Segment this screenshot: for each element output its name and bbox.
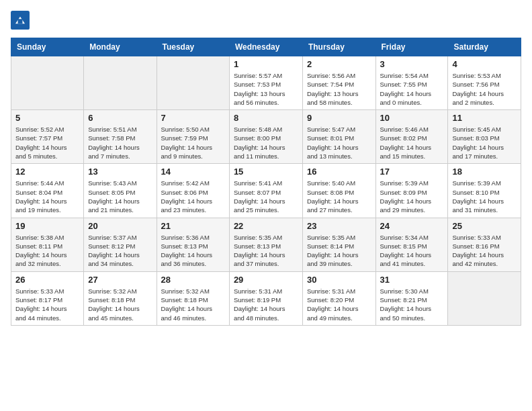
day-number: 14 [161,167,225,177]
day-info: Sunrise: 5:33 AMSunset: 8:17 PMDaylight:… [15,287,79,322]
day-number: 23 [307,221,371,231]
day-number: 29 [234,275,298,285]
day-info: Sunrise: 5:45 AMSunset: 8:03 PMDaylight:… [452,125,517,161]
day-info: Sunrise: 5:53 AMSunset: 7:56 PMDaylight:… [452,71,517,107]
svg-rect-2 [18,19,23,24]
day-info: Sunrise: 5:34 AMSunset: 8:15 PMDaylight:… [380,233,444,269]
calendar-cell: 7Sunrise: 5:50 AMSunset: 7:59 PMDaylight… [157,110,229,164]
day-info: Sunrise: 5:39 AMSunset: 8:09 PMDaylight:… [380,179,444,214]
calendar-cell: 5Sunrise: 5:52 AMSunset: 7:57 PMDaylight… [11,110,84,164]
day-number: 1 [234,59,298,69]
weekday-header-thursday: Thursday [302,38,375,56]
calendar-week-5: 26Sunrise: 5:33 AMSunset: 8:17 PMDayligh… [11,271,521,325]
day-info: Sunrise: 5:41 AMSunset: 8:07 PMDaylight:… [234,179,298,214]
day-number: 10 [380,113,444,123]
calendar-cell: 22Sunrise: 5:35 AMSunset: 8:13 PMDayligh… [229,218,302,271]
calendar-cell: 27Sunrise: 5:32 AMSunset: 8:18 PMDayligh… [84,271,157,325]
day-number: 15 [234,167,298,177]
day-info: Sunrise: 5:44 AMSunset: 8:04 PMDaylight:… [15,179,79,214]
calendar-week-2: 5Sunrise: 5:52 AMSunset: 7:57 PMDaylight… [11,110,521,164]
day-info: Sunrise: 5:37 AMSunset: 8:12 PMDaylight:… [88,233,152,269]
calendar-cell: 11Sunrise: 5:45 AMSunset: 8:03 PMDayligh… [448,110,521,164]
day-info: Sunrise: 5:51 AMSunset: 7:58 PMDaylight:… [88,125,152,161]
day-number: 2 [307,59,371,69]
weekday-header-tuesday: Tuesday [157,38,229,56]
day-number: 24 [380,221,444,231]
calendar-cell [11,56,84,110]
weekday-header-friday: Friday [375,38,448,56]
calendar-cell: 15Sunrise: 5:41 AMSunset: 8:07 PMDayligh… [229,164,302,218]
day-number: 8 [234,113,298,123]
day-number: 5 [15,113,79,123]
calendar-cell: 23Sunrise: 5:35 AMSunset: 8:14 PMDayligh… [302,218,375,271]
logo [11,11,31,30]
calendar-cell: 20Sunrise: 5:37 AMSunset: 8:12 PMDayligh… [84,218,157,271]
day-info: Sunrise: 5:31 AMSunset: 8:19 PMDaylight:… [234,287,298,322]
calendar-cell: 16Sunrise: 5:40 AMSunset: 8:08 PMDayligh… [302,164,375,218]
day-info: Sunrise: 5:40 AMSunset: 8:08 PMDaylight:… [307,179,371,214]
day-info: Sunrise: 5:46 AMSunset: 8:02 PMDaylight:… [380,125,444,161]
weekday-header-sunday: Sunday [11,38,84,56]
calendar-cell: 2Sunrise: 5:56 AMSunset: 7:54 PMDaylight… [302,56,375,110]
calendar-cell [448,271,521,325]
day-info: Sunrise: 5:39 AMSunset: 8:10 PMDaylight:… [452,179,517,214]
day-info: Sunrise: 5:32 AMSunset: 8:18 PMDaylight:… [88,287,152,322]
day-info: Sunrise: 5:31 AMSunset: 8:20 PMDaylight:… [307,287,371,322]
calendar-cell: 25Sunrise: 5:33 AMSunset: 8:16 PMDayligh… [448,218,521,271]
calendar-cell: 26Sunrise: 5:33 AMSunset: 8:17 PMDayligh… [11,271,84,325]
calendar-cell: 14Sunrise: 5:42 AMSunset: 8:06 PMDayligh… [157,164,229,218]
day-number: 27 [88,275,152,285]
calendar-table: SundayMondayTuesdayWednesdayThursdayFrid… [11,38,521,326]
day-number: 16 [307,167,371,177]
calendar-cell: 1Sunrise: 5:57 AMSunset: 7:53 PMDaylight… [229,56,302,110]
calendar-cell: 28Sunrise: 5:32 AMSunset: 8:18 PMDayligh… [157,271,229,325]
calendar-week-4: 19Sunrise: 5:38 AMSunset: 8:11 PMDayligh… [11,218,521,271]
calendar-cell: 30Sunrise: 5:31 AMSunset: 8:20 PMDayligh… [302,271,375,325]
day-info: Sunrise: 5:35 AMSunset: 8:14 PMDaylight:… [307,233,371,269]
calendar-cell: 19Sunrise: 5:38 AMSunset: 8:11 PMDayligh… [11,218,84,271]
calendar-cell: 29Sunrise: 5:31 AMSunset: 8:19 PMDayligh… [229,271,302,325]
calendar-cell: 13Sunrise: 5:43 AMSunset: 8:05 PMDayligh… [84,164,157,218]
calendar-cell: 4Sunrise: 5:53 AMSunset: 7:56 PMDaylight… [448,56,521,110]
calendar-week-3: 12Sunrise: 5:44 AMSunset: 8:04 PMDayligh… [11,164,521,218]
day-number: 7 [161,113,225,123]
day-info: Sunrise: 5:48 AMSunset: 8:00 PMDaylight:… [234,125,298,161]
weekday-header-saturday: Saturday [448,38,521,56]
calendar-cell: 9Sunrise: 5:47 AMSunset: 8:01 PMDaylight… [302,110,375,164]
day-number: 9 [307,113,371,123]
day-number: 21 [161,221,225,231]
calendar-cell: 18Sunrise: 5:39 AMSunset: 8:10 PMDayligh… [448,164,521,218]
day-number: 31 [380,275,444,285]
calendar-cell: 21Sunrise: 5:36 AMSunset: 8:13 PMDayligh… [157,218,229,271]
day-info: Sunrise: 5:32 AMSunset: 8:18 PMDaylight:… [161,287,225,322]
day-info: Sunrise: 5:35 AMSunset: 8:13 PMDaylight:… [234,233,298,269]
calendar-cell: 24Sunrise: 5:34 AMSunset: 8:15 PMDayligh… [375,218,448,271]
day-number: 19 [15,221,79,231]
day-info: Sunrise: 5:47 AMSunset: 8:01 PMDaylight:… [307,125,371,161]
day-info: Sunrise: 5:42 AMSunset: 8:06 PMDaylight:… [161,179,225,214]
day-info: Sunrise: 5:57 AMSunset: 7:53 PMDaylight:… [234,71,298,107]
day-info: Sunrise: 5:30 AMSunset: 8:21 PMDaylight:… [380,287,444,322]
day-info: Sunrise: 5:43 AMSunset: 8:05 PMDaylight:… [88,179,152,214]
calendar-cell: 17Sunrise: 5:39 AMSunset: 8:09 PMDayligh… [375,164,448,218]
day-info: Sunrise: 5:56 AMSunset: 7:54 PMDaylight:… [307,71,371,107]
day-number: 25 [452,221,517,231]
calendar-cell: 12Sunrise: 5:44 AMSunset: 8:04 PMDayligh… [11,164,84,218]
day-info: Sunrise: 5:50 AMSunset: 7:59 PMDaylight:… [161,125,225,161]
day-info: Sunrise: 5:54 AMSunset: 7:55 PMDaylight:… [380,71,444,107]
day-info: Sunrise: 5:38 AMSunset: 8:11 PMDaylight:… [15,233,79,269]
weekday-header-monday: Monday [84,38,157,56]
day-number: 6 [88,113,152,123]
calendar-week-1: 1Sunrise: 5:57 AMSunset: 7:53 PMDaylight… [11,56,521,110]
day-number: 22 [234,221,298,231]
calendar-cell: 10Sunrise: 5:46 AMSunset: 8:02 PMDayligh… [375,110,448,164]
calendar-cell [157,56,229,110]
calendar-cell: 6Sunrise: 5:51 AMSunset: 7:58 PMDaylight… [84,110,157,164]
calendar-cell [84,56,157,110]
day-number: 11 [452,113,517,123]
day-number: 13 [88,167,152,177]
logo-icon [11,11,30,30]
day-info: Sunrise: 5:52 AMSunset: 7:57 PMDaylight:… [15,125,79,161]
calendar-cell: 31Sunrise: 5:30 AMSunset: 8:21 PMDayligh… [375,271,448,325]
day-info: Sunrise: 5:33 AMSunset: 8:16 PMDaylight:… [452,233,517,269]
